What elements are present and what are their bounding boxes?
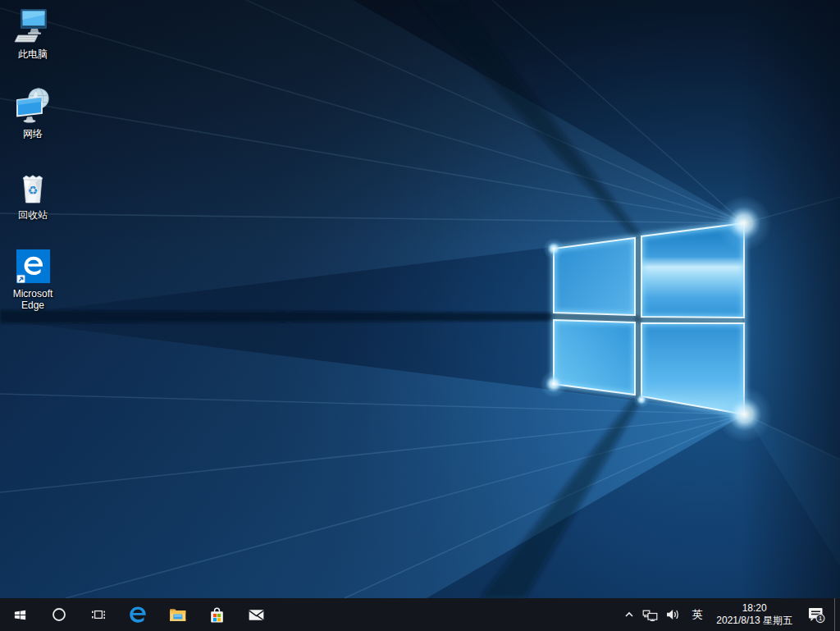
mail-button[interactable] [236, 598, 276, 631]
windows-hero-wallpaper [0, 0, 840, 598]
show-desktop-button[interactable] [834, 598, 840, 631]
desktop-icon-label: 回收站 [18, 209, 48, 221]
start-button[interactable] [0, 598, 39, 631]
file-explorer-button[interactable] [158, 598, 197, 631]
system-tray: 英 18:20 2021/8/13 星期五 1 [619, 598, 840, 631]
desktop-icon-recycle-bin[interactable]: ♻ 回收站 [1, 167, 65, 221]
show-hidden-icons-button[interactable] [619, 598, 639, 631]
taskbar-clock[interactable]: 18:20 2021/8/13 星期五 [710, 598, 798, 631]
microsoft-store-button[interactable] [197, 598, 236, 631]
task-view-icon [91, 607, 106, 622]
cortana-search-button[interactable] [39, 598, 79, 631]
windows-logo-icon [13, 608, 27, 622]
edge-shortcut-icon [14, 247, 52, 286]
taskbar-empty-area [276, 598, 619, 631]
edge-taskbar-button[interactable] [118, 598, 158, 631]
desktop-icon-microsoft-edge[interactable]: Microsoft Edge [1, 247, 65, 311]
volume-tray-button[interactable] [662, 598, 684, 631]
file-explorer-icon [167, 605, 188, 625]
desktop: 此电脑 网络 ♻ 回收站 [0, 0, 840, 598]
task-view-button[interactable] [79, 598, 118, 631]
taskbar: 英 18:20 2021/8/13 星期五 1 [0, 598, 840, 631]
clock-time: 18:20 [742, 602, 767, 615]
desktop-icon-label: Microsoft Edge [2, 288, 64, 311]
mail-icon [246, 605, 267, 625]
desktop-icon-label: 网络 [23, 128, 43, 139]
action-center-icon: 1 [806, 606, 826, 624]
microsoft-store-icon [207, 605, 227, 625]
edge-icon [127, 604, 148, 625]
cortana-circle-icon [52, 607, 66, 622]
recycle-bin-icon: ♻ [13, 167, 52, 207]
notification-badge: 1 [819, 615, 822, 622]
ethernet-network-icon [642, 608, 659, 622]
svg-text:♻: ♻ [28, 184, 39, 197]
this-pc-icon [13, 7, 52, 46]
desktop-icon-label: 此电脑 [18, 48, 48, 60]
ime-label: 英 [692, 607, 703, 622]
action-center-button[interactable]: 1 [798, 598, 834, 631]
desktop-icon-network[interactable]: 网络 [1, 86, 65, 139]
chevron-up-icon [623, 608, 636, 621]
ime-language-indicator[interactable]: 英 [684, 598, 710, 631]
speaker-icon [665, 608, 681, 621]
network-icon [13, 86, 52, 126]
clock-date: 2021/8/13 星期五 [716, 615, 792, 627]
desktop-icon-this-pc[interactable]: 此电脑 [1, 7, 65, 60]
network-tray-button[interactable] [639, 598, 662, 631]
